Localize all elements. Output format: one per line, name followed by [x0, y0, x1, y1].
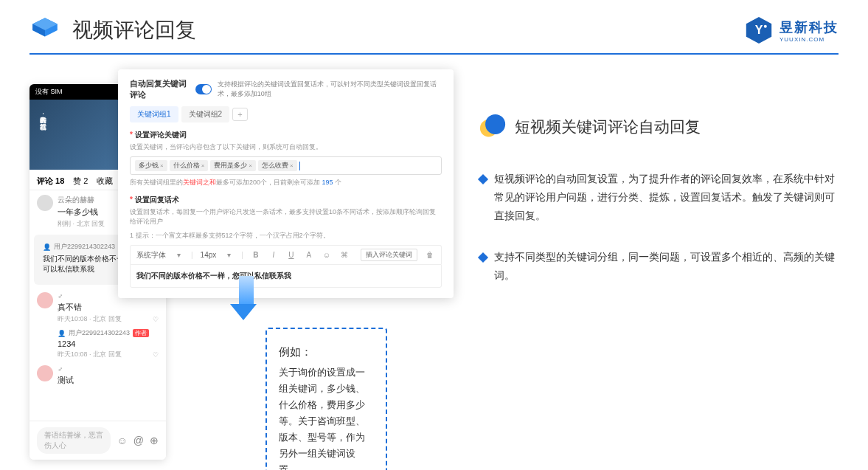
heart-icon[interactable] [153, 316, 159, 323]
bold-icon[interactable]: B [251, 251, 261, 259]
cube-icon [29, 15, 60, 46]
link-icon[interactable]: ⌘ [339, 251, 350, 259]
bullet-item: 支持不同类型的关键词分组，同一类问题，可设置多个相近的、高频的关键词。 [479, 248, 839, 285]
section-header: 短视频关键词评论自动回复 [479, 114, 839, 140]
keyword-tag: 费用是多少× [210, 160, 256, 171]
svg-point-5 [764, 25, 767, 28]
chat-bubble-icon [479, 114, 506, 140]
tab-likes[interactable]: 赞 2 [73, 176, 88, 187]
keyword-group-tab-2[interactable]: 关键词组2 [181, 106, 230, 122]
diamond-icon [478, 174, 488, 184]
keywords-label: 设置评论关键词 [130, 130, 442, 140]
avatar [37, 365, 53, 381]
avatar [37, 195, 53, 211]
example-title: 例如： [279, 342, 374, 362]
remove-tag-icon[interactable]: × [201, 162, 205, 169]
keyword-count-hint: 所有关键词组里的关键词之和最多可添加200个，目前剩余可添加 195 个 [130, 178, 442, 187]
font-family-select[interactable]: 系统字体 [136, 250, 166, 260]
tab-fav[interactable]: 收藏 [97, 176, 113, 187]
delete-icon[interactable]: 🗑 [425, 251, 435, 259]
text-cursor [299, 162, 300, 170]
config-panel: 自动回复关键词评论 支持根据评论的关键词设置回复话术，可以针对不同类型关键词设置… [118, 69, 454, 298]
keyword-tag: 多少钱× [135, 160, 167, 171]
toggle-label: 自动回复关键词评论 [130, 78, 190, 100]
section-title: 短视频关键词评论自动回复 [515, 117, 701, 137]
comment-item: ♂ 测试 [37, 365, 159, 387]
keyword-tag: 什么价格× [170, 160, 209, 171]
comment-item: ♂ 真不错 昨天10:08 · 北京 回复 👤用户2299214302243作者… [37, 292, 159, 359]
reply-editor[interactable]: 我们不同的版本价格不一样，您可以私信联系我 [130, 264, 442, 288]
keywords-sub: 设置关键词，当评论内容包含了以下关键词，则系统可自动回复。 [130, 142, 442, 152]
auto-reply-toggle[interactable] [195, 84, 211, 94]
font-size-select[interactable]: 14px [201, 251, 217, 259]
keyword-group-tab-1[interactable]: 关键词组1 [130, 106, 178, 122]
logo-hex-icon: Y [744, 15, 774, 45]
comment-input[interactable]: 善语结善缘，恶言伤人心 [37, 427, 111, 454]
mention-icon[interactable]: @ [133, 435, 144, 446]
diamond-icon [478, 252, 488, 262]
svg-text:Y: Y [755, 24, 763, 36]
reply-char-hint: 1 提示：一个富文本框最多支持512个字符，一个汉字占用2个字符。 [130, 231, 442, 241]
tab-comments[interactable]: 评论 18 [37, 176, 64, 187]
remove-tag-icon[interactable]: × [290, 162, 294, 169]
logo-sub: YUUXIN.COM [780, 36, 839, 43]
logo-text: 昱新科技 [780, 18, 839, 36]
svg-point-7 [485, 114, 505, 134]
header-divider [29, 53, 839, 55]
remove-tag-icon[interactable]: × [249, 162, 252, 169]
emoji-icon[interactable]: ☺ [322, 251, 332, 259]
bullet-item: 短视频评论的自动回复设置，为了提升作者的评论回复效率，在系统中针对常见的评论用户… [479, 170, 839, 226]
toggle-desc: 支持根据评论的关键词设置回复话术，可以针对不同类型关键词设置回复话术，最多添加1… [218, 80, 442, 99]
reply-sub: 设置回复话术，每回复一个用户评论只发送一条话术，最多支持设置10条不同话术，按添… [130, 207, 442, 227]
remove-tag-icon[interactable]: × [160, 162, 164, 169]
example-body: 关于询价的设置成一组关键词，多少钱、什么价格，费用多少等。关于咨询班型、版本、型… [279, 364, 374, 471]
reply-label: 设置回复话术 [130, 195, 442, 205]
brand-logo: Y 昱新科技 YUUXIN.COM [744, 15, 839, 45]
italic-icon[interactable]: I [268, 251, 279, 259]
underline-icon[interactable]: U [286, 251, 296, 259]
emoji-icon[interactable]: ☺ [117, 435, 127, 446]
color-icon[interactable]: A [304, 251, 314, 259]
keyword-tag: 怎么收费× [258, 160, 297, 171]
gift-icon[interactable]: ⊕ [150, 435, 159, 446]
arrow-down-icon [236, 276, 257, 320]
add-group-button[interactable]: + [232, 108, 247, 121]
example-callout: 例如： 关于询价的设置成一组关键词，多少钱、什么价格，费用多少等。关于咨询班型、… [265, 328, 387, 470]
keyword-input[interactable]: 多少钱× 什么价格× 费用是多少× 怎么收费× [130, 156, 442, 175]
page-header: 视频评论回复 Y 昱新科技 YUUXIN.COM [0, 0, 868, 53]
author-badge: 作者 [133, 329, 149, 337]
avatar [37, 292, 53, 308]
heart-icon[interactable] [153, 351, 159, 359]
page-title: 视频评论回复 [72, 16, 196, 44]
insert-keyword-button[interactable]: 插入评论关键词 [361, 249, 417, 261]
comment-input-bar: 善语结善缘，恶言伤人心 ☺ @ ⊕ [29, 421, 166, 460]
editor-toolbar: 系统字体▾ | 14px▾ | B I U A ☺ ⌘ 插入评论关键词 🗑 [130, 245, 442, 264]
